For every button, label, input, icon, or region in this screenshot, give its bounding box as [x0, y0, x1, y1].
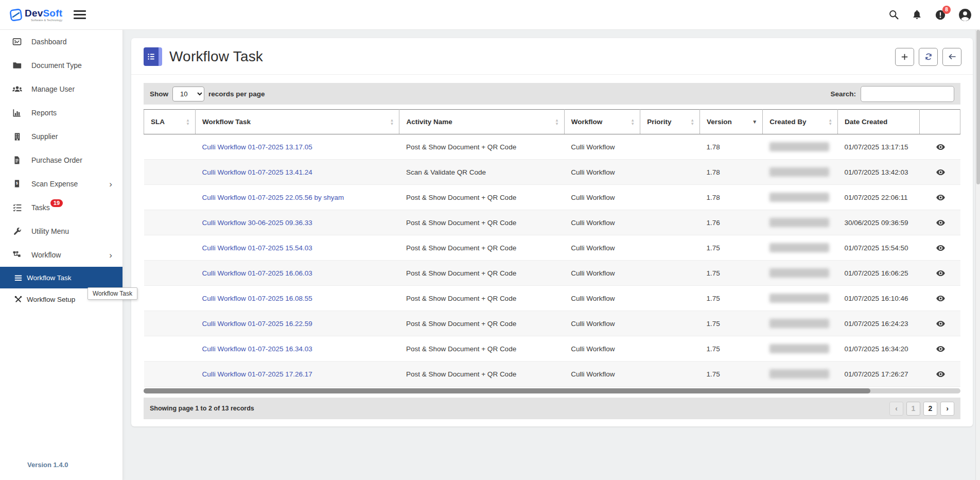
date-created-cell: 30/06/2025 09:36:59	[838, 210, 920, 235]
workflow-task-cell: Culli Workflow 01-07-2025 22.05.56 by sh…	[195, 185, 399, 210]
view-row-button[interactable]	[936, 268, 946, 278]
workflow-task-link[interactable]: Culli Workflow 01-07-2025 22.05.56 by sh…	[202, 194, 344, 201]
sidebar-item-supplier[interactable]: Supplier	[0, 125, 122, 148]
table-row: Culli Workflow 01-07-2025 22.05.56 by sh…	[144, 185, 960, 210]
sla-cell	[144, 134, 196, 160]
search-input[interactable]	[861, 86, 954, 102]
action-cell	[919, 286, 960, 311]
back-button[interactable]	[942, 48, 961, 66]
view-row-button[interactable]	[936, 167, 946, 177]
workflow-task-tooltip: Workflow Task	[87, 287, 137, 300]
column-header-workflow-task[interactable]: Workflow Task▲▼	[195, 110, 399, 134]
sidebar-item-label: Document Type	[31, 61, 82, 70]
column-header-sla[interactable]: SLA▲▼	[144, 110, 196, 134]
next-page-button[interactable]: ›	[940, 402, 954, 416]
created-by-cell	[763, 336, 838, 362]
column-header-created-by[interactable]: Created By▲▼	[763, 110, 838, 134]
workflow-cell: Culli Workflow	[564, 235, 640, 261]
column-header-priority[interactable]: Priority▲▼	[640, 110, 700, 134]
sla-cell	[144, 235, 196, 261]
sidebar-toggle-icon[interactable]	[74, 10, 86, 19]
sort-icon: ▲▼	[555, 118, 559, 126]
horizontal-scrollbar[interactable]	[144, 388, 960, 393]
view-row-button[interactable]	[936, 193, 946, 202]
created-by-redacted	[769, 369, 830, 379]
user-avatar[interactable]	[958, 8, 972, 22]
priority-cell	[640, 210, 700, 235]
vertical-scrollbar[interactable]	[975, 30, 980, 480]
priority-cell	[640, 134, 700, 160]
view-row-button[interactable]	[936, 294, 946, 303]
version-cell: 1.78	[700, 134, 763, 160]
sidebar-item-reports[interactable]: Reports	[0, 101, 122, 125]
column-header-label: Activity Name	[406, 118, 452, 126]
building-icon	[11, 131, 23, 142]
workflow-task-link[interactable]: Culli Workflow 01-07-2025 13.17.05	[202, 143, 312, 151]
view-row-button[interactable]	[936, 369, 946, 379]
app-version-label: Version 1.4.0	[27, 461, 68, 469]
alerts-icon[interactable]: 8	[935, 9, 946, 21]
sidebar-item-label: Manage User	[31, 85, 75, 93]
view-row-button[interactable]	[936, 344, 946, 354]
sidebar-item-label: Reports	[31, 109, 57, 117]
add-button[interactable]	[895, 48, 914, 66]
column-header-workflow[interactable]: Workflow▲▼	[564, 110, 640, 134]
created-by-redacted	[769, 344, 830, 353]
table-toolbar: Show 10 records per page Search:	[144, 83, 960, 105]
view-row-button[interactable]	[936, 218, 946, 228]
workflow-task-link[interactable]: Culli Workflow 01-07-2025 16.22.59	[202, 320, 312, 328]
tools-icon	[13, 295, 23, 304]
sidebar-item-dashboard[interactable]: Dashboard	[0, 30, 122, 54]
workflow-task-link[interactable]: Culli Workflow 01-07-2025 15.54.03	[202, 244, 312, 252]
page-1-button[interactable]: 1	[906, 402, 920, 416]
workflow-task-link[interactable]: Culli Workflow 01-07-2025 16.08.55	[202, 295, 312, 302]
workflow-task-link[interactable]: Culli Workflow 01-07-2025 16.06.03	[202, 269, 312, 277]
view-row-button[interactable]	[936, 243, 946, 253]
version-cell: 1.78	[700, 160, 763, 185]
column-header-version[interactable]: Version▼	[700, 110, 763, 134]
workflow-task-link[interactable]: Culli Workflow 01-07-2025 17.26.17	[202, 370, 312, 378]
table-row: Culli Workflow 01-07-2025 15.54.03Post &…	[144, 235, 960, 261]
sidebar: DashboardDocument TypeManage UserReports…	[0, 30, 123, 480]
created-by-redacted	[769, 167, 830, 177]
activity-name-cell: Post & Show Document + QR Code	[399, 210, 564, 235]
page-2-button[interactable]: 2	[923, 402, 937, 416]
sidebar-item-scan-expense[interactable]: $Scan Expense›	[0, 172, 122, 196]
workflow-task-link[interactable]: Culli Workflow 30-06-2025 09.36.33	[202, 219, 312, 227]
view-row-button[interactable]	[936, 319, 946, 329]
version-cell: 1.75	[700, 261, 763, 286]
column-header-actions	[919, 110, 960, 134]
view-row-button[interactable]	[936, 142, 946, 152]
sort-icon: ▲▼	[631, 118, 635, 126]
logo-text: DevSoft Software & Technology	[25, 8, 62, 22]
column-header-date-created[interactable]: Date Created	[838, 110, 920, 134]
svg-text:$: $	[16, 181, 18, 185]
action-cell	[919, 185, 960, 210]
workflow-task-cell: Culli Workflow 30-06-2025 09.36.33	[195, 210, 399, 235]
created-by-redacted	[769, 319, 830, 328]
column-header-label: Workflow Task	[202, 118, 251, 126]
table-row: Culli Workflow 01-07-2025 16.08.55Post &…	[144, 286, 960, 311]
workflow-task-cell: Culli Workflow 01-07-2025 13.41.24	[195, 160, 399, 185]
horizontal-scrollbar-thumb[interactable]	[144, 388, 870, 393]
sidebar-item-workflow[interactable]: Workflow›	[0, 243, 122, 267]
table-row: Culli Workflow 01-07-2025 13.17.05Post &…	[144, 134, 960, 160]
workflow-task-link[interactable]: Culli Workflow 01-07-2025 16.34.03	[202, 345, 312, 353]
sidebar-item-utility-menu[interactable]: Utility Menu	[0, 219, 122, 243]
sidebar-item-manage-user[interactable]: Manage User	[0, 77, 122, 101]
vertical-scrollbar-thumb[interactable]	[976, 30, 980, 184]
column-header-activity-name[interactable]: Activity Name▲▼	[399, 110, 564, 134]
search-icon[interactable]	[888, 9, 899, 20]
sidebar-item-tasks[interactable]: Tasks19	[0, 196, 122, 219]
users-icon	[11, 83, 23, 95]
sidebar-item-purchase-order[interactable]: Purchase Order	[0, 148, 122, 172]
refresh-button[interactable]	[919, 48, 938, 66]
notifications-bell-icon[interactable]	[912, 9, 922, 20]
page-length-select[interactable]: 10	[172, 87, 204, 101]
sidebar-item-document-type[interactable]: Document Type	[0, 54, 122, 77]
app-logo[interactable]: DevSoft Software & Technology	[9, 8, 62, 22]
sidebar-subitem-workflow-task[interactable]: Workflow Task	[0, 267, 122, 288]
created-by-redacted	[769, 243, 830, 252]
workflow-task-link[interactable]: Culli Workflow 01-07-2025 13.41.24	[202, 168, 312, 176]
prev-page-button[interactable]: ‹	[889, 402, 903, 416]
